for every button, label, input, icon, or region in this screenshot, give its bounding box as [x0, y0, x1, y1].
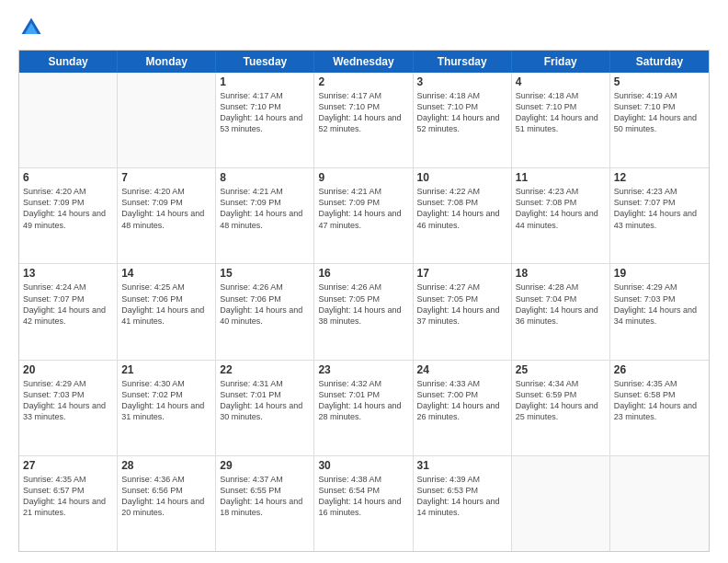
day-number: 28 [121, 459, 211, 472]
day-number: 30 [318, 459, 408, 472]
day-number: 19 [614, 267, 705, 280]
calendar-cell-day-11: 11Sunrise: 4:23 AM Sunset: 7:08 PM Dayli… [512, 168, 610, 263]
calendar-cell-day-26: 26Sunrise: 4:35 AM Sunset: 6:58 PM Dayli… [610, 361, 709, 455]
cell-info: Sunrise: 4:39 AM Sunset: 6:53 PM Dayligh… [417, 474, 507, 519]
calendar: SundayMondayTuesdayWednesdayThursdayFrid… [18, 50, 710, 552]
day-number: 29 [220, 459, 310, 472]
day-number: 18 [516, 267, 606, 280]
calendar-cell-day-18: 18Sunrise: 4:28 AM Sunset: 7:04 PM Dayli… [512, 264, 610, 359]
weekday-header-sunday: Sunday [19, 51, 118, 73]
calendar-cell-day-28: 28Sunrise: 4:36 AM Sunset: 6:56 PM Dayli… [118, 456, 216, 551]
cell-info: Sunrise: 4:26 AM Sunset: 7:05 PM Dayligh… [318, 282, 408, 327]
cell-info: Sunrise: 4:23 AM Sunset: 7:08 PM Dayligh… [516, 186, 606, 231]
day-number: 21 [121, 363, 211, 376]
day-number: 4 [516, 75, 606, 88]
calendar-cell-day-5: 5Sunrise: 4:19 AM Sunset: 7:10 PM Daylig… [610, 73, 709, 167]
calendar-row-4: 20Sunrise: 4:29 AM Sunset: 7:03 PM Dayli… [19, 360, 709, 455]
calendar-cell-day-7: 7Sunrise: 4:20 AM Sunset: 7:09 PM Daylig… [118, 168, 216, 263]
cell-info: Sunrise: 4:32 AM Sunset: 7:01 PM Dayligh… [318, 378, 408, 423]
weekday-header-saturday: Saturday [610, 51, 709, 73]
logo [18, 15, 48, 40]
cell-info: Sunrise: 4:21 AM Sunset: 7:09 PM Dayligh… [220, 186, 310, 231]
day-number: 15 [220, 267, 310, 280]
cell-info: Sunrise: 4:28 AM Sunset: 7:04 PM Dayligh… [516, 282, 606, 327]
day-number: 12 [614, 171, 705, 184]
calendar-row-1: 1Sunrise: 4:17 AM Sunset: 7:10 PM Daylig… [19, 73, 709, 167]
day-number: 5 [614, 75, 705, 88]
cell-info: Sunrise: 4:27 AM Sunset: 7:05 PM Dayligh… [417, 282, 507, 327]
calendar-cell-day-25: 25Sunrise: 4:34 AM Sunset: 6:59 PM Dayli… [512, 361, 610, 455]
cell-info: Sunrise: 4:21 AM Sunset: 7:09 PM Dayligh… [318, 186, 408, 231]
calendar-body: 1Sunrise: 4:17 AM Sunset: 7:10 PM Daylig… [19, 73, 709, 551]
calendar-cell-day-12: 12Sunrise: 4:23 AM Sunset: 7:07 PM Dayli… [610, 168, 709, 263]
day-number: 17 [417, 267, 507, 280]
cell-info: Sunrise: 4:19 AM Sunset: 7:10 PM Dayligh… [614, 90, 705, 135]
calendar-cell-day-3: 3Sunrise: 4:18 AM Sunset: 7:10 PM Daylig… [414, 73, 512, 167]
cell-info: Sunrise: 4:31 AM Sunset: 7:01 PM Dayligh… [220, 378, 310, 423]
day-number: 8 [220, 171, 310, 184]
cell-info: Sunrise: 4:26 AM Sunset: 7:06 PM Dayligh… [220, 282, 310, 327]
calendar-cell-day-8: 8Sunrise: 4:21 AM Sunset: 7:09 PM Daylig… [216, 168, 314, 263]
calendar-cell-day-6: 6Sunrise: 4:20 AM Sunset: 7:09 PM Daylig… [19, 168, 118, 263]
cell-info: Sunrise: 4:36 AM Sunset: 6:56 PM Dayligh… [121, 474, 211, 519]
calendar-cell-day-20: 20Sunrise: 4:29 AM Sunset: 7:03 PM Dayli… [19, 361, 118, 455]
logo-icon [18, 15, 44, 40]
calendar-cell-day-30: 30Sunrise: 4:38 AM Sunset: 6:54 PM Dayli… [314, 456, 413, 551]
day-number: 11 [516, 171, 606, 184]
day-number: 2 [318, 75, 408, 88]
calendar-cell-empty [118, 73, 216, 167]
day-number: 25 [516, 363, 606, 376]
calendar-cell-day-2: 2Sunrise: 4:17 AM Sunset: 7:10 PM Daylig… [314, 73, 413, 167]
day-number: 20 [23, 363, 113, 376]
weekday-header-wednesday: Wednesday [314, 51, 413, 73]
calendar-cell-day-21: 21Sunrise: 4:30 AM Sunset: 7:02 PM Dayli… [118, 361, 216, 455]
cell-info: Sunrise: 4:35 AM Sunset: 6:57 PM Dayligh… [23, 474, 113, 519]
calendar-row-5: 27Sunrise: 4:35 AM Sunset: 6:57 PM Dayli… [19, 455, 709, 551]
cell-info: Sunrise: 4:20 AM Sunset: 7:09 PM Dayligh… [23, 186, 113, 231]
calendar-cell-day-23: 23Sunrise: 4:32 AM Sunset: 7:01 PM Dayli… [314, 361, 413, 455]
calendar-cell-day-10: 10Sunrise: 4:22 AM Sunset: 7:08 PM Dayli… [414, 168, 512, 263]
cell-info: Sunrise: 4:29 AM Sunset: 7:03 PM Dayligh… [23, 378, 113, 423]
weekday-header-monday: Monday [118, 51, 216, 73]
cell-info: Sunrise: 4:33 AM Sunset: 7:00 PM Dayligh… [417, 378, 507, 423]
day-number: 6 [23, 171, 113, 184]
weekday-header-thursday: Thursday [414, 51, 512, 73]
calendar-row-2: 6Sunrise: 4:20 AM Sunset: 7:09 PM Daylig… [19, 167, 709, 263]
calendar-cell-day-4: 4Sunrise: 4:18 AM Sunset: 7:10 PM Daylig… [512, 73, 610, 167]
day-number: 14 [121, 267, 211, 280]
weekday-header-friday: Friday [512, 51, 610, 73]
calendar-cell-day-24: 24Sunrise: 4:33 AM Sunset: 7:00 PM Dayli… [414, 361, 512, 455]
cell-info: Sunrise: 4:22 AM Sunset: 7:08 PM Dayligh… [417, 186, 507, 231]
calendar-cell-day-19: 19Sunrise: 4:29 AM Sunset: 7:03 PM Dayli… [610, 264, 709, 359]
calendar-cell-day-16: 16Sunrise: 4:26 AM Sunset: 7:05 PM Dayli… [314, 264, 413, 359]
day-number: 7 [121, 171, 211, 184]
weekday-header-tuesday: Tuesday [216, 51, 314, 73]
cell-info: Sunrise: 4:17 AM Sunset: 7:10 PM Dayligh… [220, 90, 310, 135]
day-number: 26 [614, 363, 705, 376]
calendar-cell-empty [512, 456, 610, 551]
cell-info: Sunrise: 4:20 AM Sunset: 7:09 PM Dayligh… [121, 186, 211, 231]
cell-info: Sunrise: 4:29 AM Sunset: 7:03 PM Dayligh… [614, 282, 705, 327]
calendar-cell-day-14: 14Sunrise: 4:25 AM Sunset: 7:06 PM Dayli… [118, 264, 216, 359]
cell-info: Sunrise: 4:18 AM Sunset: 7:10 PM Dayligh… [417, 90, 507, 135]
day-number: 16 [318, 267, 408, 280]
calendar-cell-day-29: 29Sunrise: 4:37 AM Sunset: 6:55 PM Dayli… [216, 456, 314, 551]
header [18, 15, 710, 40]
day-number: 1 [220, 75, 310, 88]
calendar-cell-empty [19, 73, 118, 167]
cell-info: Sunrise: 4:35 AM Sunset: 6:58 PM Dayligh… [614, 378, 705, 423]
day-number: 22 [220, 363, 310, 376]
calendar-cell-day-13: 13Sunrise: 4:24 AM Sunset: 7:07 PM Dayli… [19, 264, 118, 359]
cell-info: Sunrise: 4:38 AM Sunset: 6:54 PM Dayligh… [318, 474, 408, 519]
calendar-row-3: 13Sunrise: 4:24 AM Sunset: 7:07 PM Dayli… [19, 263, 709, 359]
calendar-cell-day-22: 22Sunrise: 4:31 AM Sunset: 7:01 PM Dayli… [216, 361, 314, 455]
day-number: 23 [318, 363, 408, 376]
page: SundayMondayTuesdayWednesdayThursdayFrid… [0, 0, 728, 563]
day-number: 9 [318, 171, 408, 184]
day-number: 27 [23, 459, 113, 472]
calendar-cell-day-1: 1Sunrise: 4:17 AM Sunset: 7:10 PM Daylig… [216, 73, 314, 167]
calendar-cell-day-9: 9Sunrise: 4:21 AM Sunset: 7:09 PM Daylig… [314, 168, 413, 263]
cell-info: Sunrise: 4:18 AM Sunset: 7:10 PM Dayligh… [516, 90, 606, 135]
calendar-cell-day-15: 15Sunrise: 4:26 AM Sunset: 7:06 PM Dayli… [216, 264, 314, 359]
day-number: 13 [23, 267, 113, 280]
